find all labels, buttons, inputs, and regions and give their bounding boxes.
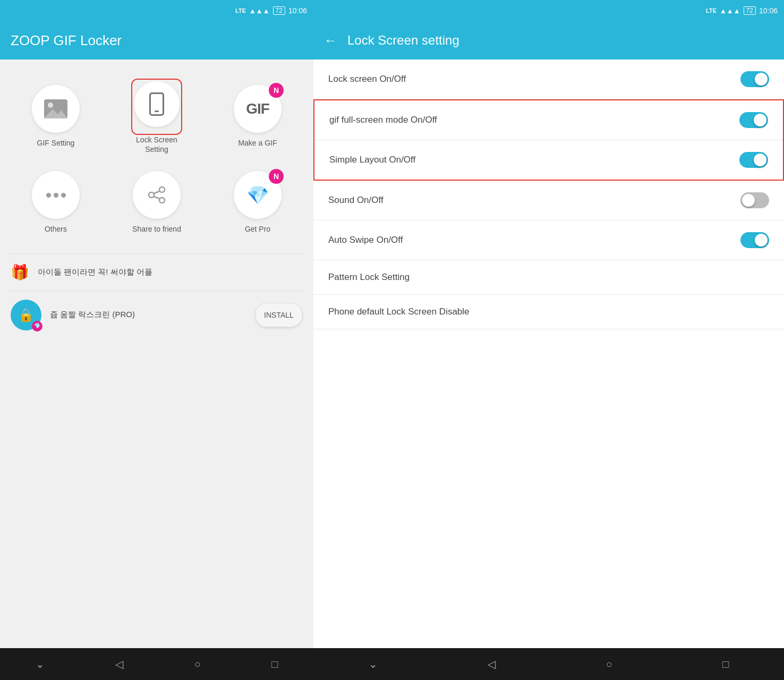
others-icon-circle <box>32 171 80 219</box>
svg-line-6 <box>154 191 159 193</box>
right-lte-label: LTE <box>706 7 717 14</box>
right-chevron-down-icon[interactable]: ⌄ <box>369 658 378 670</box>
toggle-knob <box>755 73 768 86</box>
install-button[interactable]: INSTALL <box>255 303 303 327</box>
svg-line-7 <box>154 197 159 199</box>
share-icon <box>147 185 166 205</box>
make-gif-icon-circle: GIF N <box>234 85 282 133</box>
install-app-name: 쥽 움짤 락스크린 (PRO) <box>50 310 246 320</box>
signal-icon: ▲▲▲ <box>249 7 270 15</box>
dots-icon <box>46 193 66 198</box>
lock-screen-onoff-label: Lock screen On/Off <box>328 74 406 84</box>
right-recents-icon[interactable]: □ <box>722 658 729 670</box>
setting-gif-fullscreen[interactable]: gif full-screen mode On/Off <box>314 100 783 140</box>
setting-simple-layout[interactable]: Simple Layout On/Off <box>314 140 783 180</box>
get-pro-icon-circle: 💎 N <box>234 171 282 219</box>
right-battery-indicator: 72 <box>744 6 756 15</box>
lock-screen-icon-circle <box>134 81 180 127</box>
menu-item-lock-screen-setting[interactable]: Lock ScreenSetting <box>106 70 207 163</box>
home-icon[interactable]: ○ <box>194 658 201 670</box>
right-signal-icon: ▲▲▲ <box>720 7 740 15</box>
setting-sound-onoff[interactable]: Sound On/Off <box>313 181 784 220</box>
phone-default-lock-label: Phone default Lock Screen Disable <box>328 307 470 317</box>
setting-pattern-lock[interactable]: Pattern Lock Setting <box>313 260 784 295</box>
install-app-icon: 🔒 💎 <box>11 300 41 330</box>
left-panel: LTE ▲▲▲ 72 10:06 ZOOP GIF Locker GIF Set… <box>0 0 313 680</box>
menu-grid: GIF Setting Lock ScreenSetting GIF N Mak… <box>0 60 313 253</box>
svg-point-2 <box>48 103 53 108</box>
sound-onoff-toggle[interactable] <box>740 192 769 208</box>
menu-item-make-gif[interactable]: GIF N Make a GIF <box>207 70 308 163</box>
gif-text-icon: GIF <box>246 100 269 117</box>
get-pro-label: Get Pro <box>245 224 270 234</box>
menu-item-gif-setting[interactable]: GIF Setting <box>5 70 106 163</box>
image-icon <box>44 99 67 118</box>
gif-fullscreen-label: gif full-screen mode On/Off <box>329 115 437 125</box>
setting-auto-swipe[interactable]: Auto Swipe On/Off <box>313 220 784 260</box>
make-gif-label: Make a GIF <box>238 138 277 148</box>
share-icon-circle <box>133 171 181 219</box>
battery-indicator: 72 <box>273 6 285 15</box>
back-icon[interactable]: ◁ <box>115 658 123 670</box>
auto-swipe-label: Auto Swipe On/Off <box>328 235 403 245</box>
left-nav-bar: ⌄ ◁ ○ □ <box>0 648 313 680</box>
gif-fullscreen-toggle[interactable] <box>739 112 768 128</box>
toggle-knob-simple-layout <box>754 154 766 166</box>
app-title: ZOOP GIF Locker <box>11 32 122 49</box>
left-spacer <box>0 339 313 648</box>
right-status-bar: LTE ▲▲▲ 72 10:06 <box>313 0 784 21</box>
svg-point-4 <box>149 192 154 198</box>
toggle-knob-auto-swipe <box>755 234 768 246</box>
left-status-bar: LTE ▲▲▲ 72 10:06 <box>0 0 313 21</box>
auto-swipe-toggle[interactable] <box>740 232 769 248</box>
install-item: 🔒 💎 쥽 움짤 락스크린 (PRO) INSTALL <box>0 291 313 339</box>
right-home-icon[interactable]: ○ <box>606 658 612 670</box>
recents-icon[interactable]: □ <box>271 658 278 670</box>
right-header: ← Lock Screen setting <box>313 21 784 60</box>
selected-border <box>131 79 182 135</box>
new-badge-get-pro: N <box>269 169 284 184</box>
lock-screen-onoff-toggle[interactable] <box>740 71 769 87</box>
pattern-lock-label: Pattern Lock Setting <box>328 272 410 283</box>
phone-icon <box>149 92 164 116</box>
back-button[interactable]: ← <box>324 33 337 48</box>
lte-label: LTE <box>235 7 246 14</box>
simple-layout-toggle[interactable] <box>739 152 768 168</box>
right-time-display: 10:06 <box>759 6 778 15</box>
right-panel: LTE ▲▲▲ 72 10:06 ← Lock Screen setting L… <box>313 0 784 680</box>
diamond-icon: 💎 <box>246 184 269 206</box>
right-page-title: Lock Screen setting <box>347 33 459 48</box>
promo-banner[interactable]: 🎁 아이돌 팬이라면 꼭! 써야할 어플 <box>0 254 313 291</box>
status-bar-right: LTE ▲▲▲ 72 10:06 <box>235 6 307 15</box>
right-back-icon[interactable]: ◁ <box>488 658 496 670</box>
new-badge-make-gif: N <box>269 83 284 98</box>
lock-icon: 🔒 <box>18 308 34 322</box>
menu-item-others[interactable]: Others <box>5 163 106 242</box>
time-display: 10:06 <box>288 6 307 15</box>
sound-onoff-label: Sound On/Off <box>328 195 384 206</box>
others-label: Others <box>45 224 67 234</box>
gif-setting-icon-circle <box>32 85 80 133</box>
toggle-knob-fullscreen <box>754 114 766 126</box>
right-nav-bar: ⌄ ◁ ○ □ <box>313 648 784 680</box>
gif-setting-label: GIF Setting <box>37 138 75 148</box>
menu-item-get-pro[interactable]: 💎 N Get Pro <box>207 163 308 242</box>
lock-screen-label: Lock ScreenSetting <box>136 135 177 154</box>
install-badge: 💎 <box>32 321 42 332</box>
highlighted-settings-group: gif full-screen mode On/Off Simple Layou… <box>313 99 784 181</box>
gift-icon: 🎁 <box>11 264 29 281</box>
setting-phone-default-lock[interactable]: Phone default Lock Screen Disable <box>313 295 784 329</box>
menu-item-share-to-friend[interactable]: Share to friend <box>106 163 207 242</box>
setting-lock-screen-onoff[interactable]: Lock screen On/Off <box>313 60 784 99</box>
chevron-down-icon[interactable]: ⌄ <box>36 658 45 670</box>
toggle-knob-sound <box>742 194 755 207</box>
svg-point-5 <box>159 198 165 203</box>
settings-list: Lock screen On/Off gif full-screen mode … <box>313 60 784 648</box>
svg-point-3 <box>159 187 165 192</box>
app-header: ZOOP GIF Locker <box>0 21 313 60</box>
simple-layout-label: Simple Layout On/Off <box>329 155 415 165</box>
promo-text: 아이돌 팬이라면 꼭! 써야할 어플 <box>38 267 152 277</box>
share-to-friend-label: Share to friend <box>132 224 181 234</box>
